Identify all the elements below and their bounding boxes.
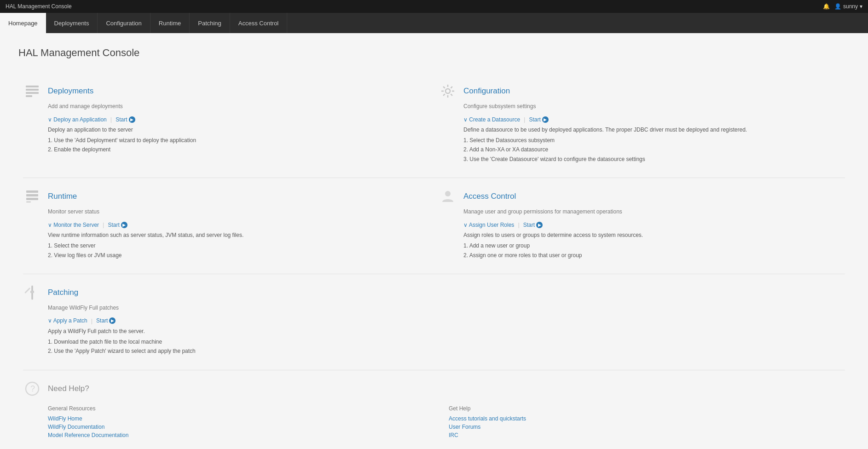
runtime-desc: View runtime information such as server … — [48, 232, 420, 238]
svg-point-17 — [445, 191, 451, 196]
deployments-start-link[interactable]: Start ▶ — [116, 116, 135, 123]
create-datasource-link[interactable]: ∨ Create a Datasource — [463, 116, 520, 123]
patch-step-2: 2. Use the 'Apply Patch' wizard to selec… — [48, 346, 420, 356]
bell-icon[interactable]: 🔔 — [823, 3, 830, 10]
deployments-desc: Deploy an application to the server — [48, 127, 420, 133]
config-chevron: ∨ — [463, 116, 469, 123]
access-control-section: Access Control Manage user and group per… — [434, 178, 850, 274]
get-help-label: Get Help — [449, 405, 845, 412]
wildfly-home-link[interactable]: WildFly Home — [48, 415, 444, 422]
deployments-section: Deployments Add and manage deployments ∨… — [18, 73, 434, 178]
navbar: Homepage Deployments Configuration Runti… — [0, 13, 868, 33]
nav-patching[interactable]: Patching — [190, 13, 230, 33]
config-link-divider: | — [524, 116, 525, 123]
configuration-icon — [439, 82, 457, 100]
general-resources-col: General Resources WildFly Home WildFly D… — [48, 405, 444, 438]
runtime-link-text: Monitor the Server — [53, 222, 99, 228]
deploy-link-text: Deploy an Application — [53, 116, 106, 123]
patch-chevron: ∨ — [48, 317, 53, 324]
config-link-text: Create a Datasource — [469, 116, 520, 123]
tutorials-link[interactable]: Access tutorials and quickstarts — [449, 415, 845, 422]
ac-chevron: ∨ — [463, 222, 469, 228]
runtime-icon — [23, 187, 41, 206]
access-control-link-row: ∨ Assign User Roles | Start ▶ — [463, 221, 836, 228]
config-step-1: 1. Select the Datasources subsystem — [463, 136, 836, 145]
config-step-3: 3. Use the 'Create Datasource' wizard to… — [463, 155, 836, 164]
nav-access-control[interactable]: Access Control — [230, 13, 287, 33]
svg-rect-0 — [26, 86, 39, 87]
configuration-steps: 1. Select the Datasources subsystem 2. A… — [463, 136, 836, 164]
svg-rect-21 — [30, 291, 34, 293]
svg-rect-14 — [26, 194, 38, 196]
svg-point-4 — [446, 89, 450, 93]
runtime-steps: 1. Select the server 2. View log files o… — [48, 241, 420, 260]
ac-start-label: Start — [523, 222, 535, 228]
patching-start-link[interactable]: Start ▶ — [96, 317, 116, 324]
nav-deployments[interactable]: Deployments — [46, 13, 98, 33]
general-links: WildFly Home WildFly Documentation Model… — [48, 415, 444, 438]
patching-start-label: Start — [96, 317, 108, 324]
deployments-steps: 1. Use the 'Add Deployment' wizard to de… — [48, 136, 420, 155]
patch-link-divider: | — [91, 317, 93, 324]
svg-line-12 — [443, 94, 445, 96]
configuration-header: Configuration — [439, 82, 836, 100]
access-control-desc: Assign roles to users or groups to deter… — [463, 232, 836, 238]
access-control-start-link[interactable]: Start ▶ — [523, 222, 543, 228]
runtime-section: Runtime Monitor server status ∨ Monitor … — [18, 178, 434, 274]
runtime-start-link[interactable]: Start ▶ — [108, 222, 127, 228]
topbar-title: HAL Management Console — [6, 3, 72, 10]
runtime-start-circle: ▶ — [121, 222, 127, 228]
patch-step-1: 1. Download the patch file to the local … — [48, 337, 420, 346]
patch-link-text: Apply a Patch — [53, 317, 87, 324]
main-content: HAL Management Console Deployments Add a… — [0, 33, 868, 449]
deploy-chevron: ∨ — [48, 116, 53, 123]
access-control-subtitle: Manage user and group permissions for ma… — [463, 208, 836, 215]
topbar-user-area: 🔔 👤 sunny ▾ — [823, 3, 862, 10]
patching-desc: Apply a WildFly Full patch to the server… — [48, 328, 420, 334]
access-control-icon — [439, 187, 457, 206]
nav-homepage[interactable]: Homepage — [0, 13, 46, 33]
svg-rect-16 — [26, 201, 31, 202]
nav-runtime[interactable]: Runtime — [150, 13, 190, 33]
user-forums-link[interactable]: User Forums — [449, 424, 845, 430]
runtime-header: Runtime — [23, 187, 420, 206]
help-title: Need Help? — [48, 384, 89, 393]
access-control-header: Access Control — [439, 187, 836, 206]
configuration-link-row: ∨ Create a Datasource | Start ▶ — [463, 116, 836, 123]
patching-section: Patching Manage WildFly Full patches ∨ A… — [18, 274, 434, 370]
configuration-section: Configuration Configure subsystem settin… — [434, 73, 850, 178]
ac-link-divider: | — [518, 221, 519, 228]
model-reference-link[interactable]: Model Reference Documentation — [48, 432, 444, 438]
patching-link-row: ∨ Apply a Patch | Start ▶ — [48, 317, 420, 324]
runtime-chevron: ∨ — [48, 222, 53, 228]
deploy-application-link[interactable]: ∨ Deploy an Application — [48, 116, 107, 123]
help-links: Access tutorials and quickstarts User Fo… — [449, 415, 845, 438]
help-icon: ? — [23, 380, 41, 398]
deployments-start-label: Start — [116, 116, 127, 123]
deployments-subtitle: Add and manage deployments — [48, 103, 420, 109]
nav-configuration[interactable]: Configuration — [98, 13, 150, 33]
access-control-steps: 1. Add a new user or group 2. Assign one… — [463, 241, 836, 260]
topbar: HAL Management Console 🔔 👤 sunny ▾ — [0, 0, 868, 13]
assign-user-roles-link[interactable]: ∨ Assign User Roles — [463, 222, 514, 228]
apply-patch-link[interactable]: ∨ Apply a Patch — [48, 317, 87, 324]
svg-line-11 — [451, 86, 452, 88]
monitor-server-link[interactable]: ∨ Monitor the Server — [48, 222, 99, 228]
user-menu[interactable]: 👤 sunny ▾ — [834, 3, 862, 10]
patching-empty-cell — [434, 274, 850, 370]
irc-link[interactable]: IRC — [449, 432, 845, 438]
svg-text:?: ? — [30, 384, 35, 393]
deployments-header: Deployments — [23, 82, 420, 100]
configuration-desc: Define a datasource to be used by deploy… — [463, 127, 836, 133]
svg-rect-15 — [26, 198, 38, 200]
svg-line-9 — [443, 86, 445, 88]
svg-line-10 — [451, 94, 452, 96]
wildfly-docs-link[interactable]: WildFly Documentation — [48, 424, 444, 430]
patching-header: Patching — [23, 283, 420, 302]
access-control-title: Access Control — [463, 192, 516, 201]
configuration-start-link[interactable]: Start ▶ — [529, 116, 548, 123]
link-divider: | — [110, 116, 112, 123]
configuration-title: Configuration — [463, 86, 510, 96]
patching-icon — [23, 283, 41, 302]
runtime-subtitle: Monitor server status — [48, 208, 420, 215]
